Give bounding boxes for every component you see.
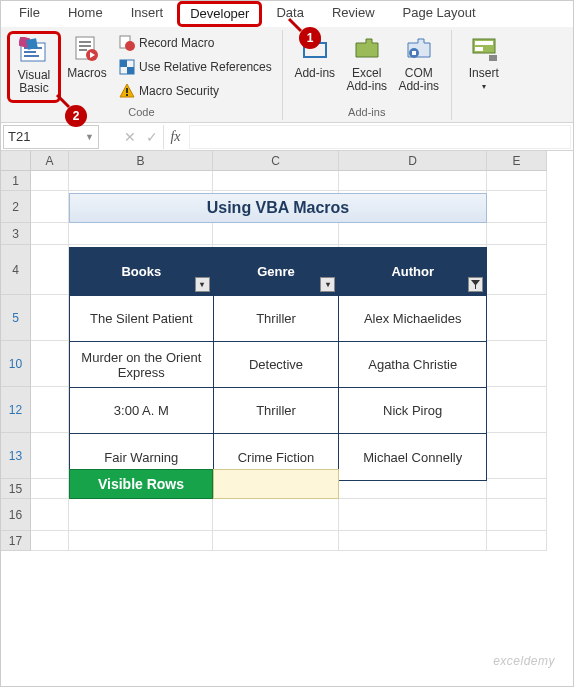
cell-books[interactable]: 3:00 A. M [70, 388, 214, 434]
row-header-15[interactable]: 15 [1, 479, 31, 499]
col-header-A[interactable]: A [31, 151, 69, 171]
row-header-17[interactable]: 17 [1, 531, 31, 551]
addins-group-label: Add-ins [348, 106, 385, 120]
cell-author[interactable]: Alex Michaelides [339, 296, 486, 342]
insert-controls-label: Insert [469, 67, 499, 80]
cell-genre[interactable]: Detective [214, 342, 340, 388]
spreadsheet-grid: 12345101213151617 ABCDE Using VBA Macros… [1, 151, 573, 551]
col-header-B[interactable]: B [69, 151, 213, 171]
filter-button-author-active[interactable] [468, 277, 483, 292]
visual-basic-icon [18, 35, 50, 67]
header-genre: Genre ▾ [214, 248, 340, 296]
cell-author[interactable]: Michael Connelly [339, 434, 486, 480]
row-header-3[interactable]: 3 [1, 223, 31, 245]
cells-area[interactable]: Using VBA Macros Books ▾ Genre ▾ Author [31, 171, 573, 551]
svg-rect-8 [79, 45, 91, 47]
row-header-12[interactable]: 12 [1, 387, 31, 433]
insert-function-button[interactable]: fx [163, 125, 187, 149]
cell-author[interactable]: Nick Pirog [339, 388, 486, 434]
formula-input[interactable] [189, 125, 571, 149]
code-options: Record Macro Use Relative References Mac… [113, 31, 276, 103]
col-header-C[interactable]: C [213, 151, 339, 171]
tab-page-layout[interactable]: Page Layout [389, 0, 490, 27]
cell-genre[interactable]: Thriller [214, 388, 340, 434]
group-code: Visual Basic Macros Record Macro Use Rel… [1, 27, 282, 122]
visual-basic-button[interactable]: Visual Basic [7, 31, 61, 103]
row-header-1[interactable]: 1 [1, 171, 31, 191]
callout-badge-1: 1 [299, 27, 321, 49]
insert-controls-icon [468, 33, 500, 65]
ribbon-tabs: File Home Insert Developer Data Review P… [1, 1, 573, 27]
tab-insert[interactable]: Insert [117, 0, 178, 27]
cell-genre[interactable]: Thriller [214, 296, 340, 342]
table-row: The Silent PatientThrillerAlex Michaelid… [70, 296, 486, 342]
svg-rect-5 [26, 38, 38, 50]
macros-icon [71, 33, 103, 65]
macro-security-label: Macro Security [139, 84, 219, 98]
row-header-13[interactable]: 13 [1, 433, 31, 479]
visible-rows-button[interactable]: Visible Rows [69, 469, 213, 499]
header-books: Books ▾ [70, 248, 214, 296]
col-header-E[interactable]: E [487, 151, 547, 171]
name-box[interactable]: T21 ▼ [3, 125, 99, 149]
tab-review[interactable]: Review [318, 0, 389, 27]
row-header-5[interactable]: 5 [1, 295, 31, 341]
svg-rect-7 [79, 41, 91, 43]
row-header-2[interactable]: 2 [1, 191, 31, 223]
use-relative-label: Use Relative References [139, 60, 272, 74]
callout-badge-2: 2 [65, 105, 87, 127]
col-header-D[interactable]: D [339, 151, 487, 171]
chevron-down-icon: ▾ [482, 80, 486, 93]
svg-rect-3 [24, 55, 39, 57]
cell-books[interactable]: Murder on the Orient Express [70, 342, 214, 388]
row-header-16[interactable]: 16 [1, 499, 31, 531]
svg-rect-2 [24, 51, 36, 53]
cell-author[interactable]: Agatha Christie [339, 342, 486, 388]
macros-label: Macros [67, 67, 106, 80]
header-author: Author [339, 248, 486, 296]
addins-label: Add-ins [294, 67, 335, 80]
select-all-corner[interactable] [1, 151, 31, 171]
use-relative-icon [119, 59, 135, 75]
excel-addins-label: Excel Add-ins [343, 67, 391, 93]
row-header-10[interactable]: 10 [1, 341, 31, 387]
tab-developer[interactable]: Developer [177, 1, 262, 27]
insert-controls-button[interactable]: Insert ▾ [458, 31, 510, 103]
svg-rect-14 [120, 60, 127, 67]
ribbon-body: Visual Basic Macros Record Macro Use Rel… [1, 27, 573, 123]
group-controls: Insert ▾ [452, 27, 516, 122]
com-addins-icon [403, 33, 435, 65]
use-relative-refs-button[interactable]: Use Relative References [115, 57, 276, 77]
visual-basic-label: Visual Basic [10, 69, 58, 95]
accept-formula-button: ✓ [141, 129, 163, 145]
svg-rect-23 [489, 55, 497, 61]
svg-rect-22 [475, 47, 483, 51]
svg-rect-19 [412, 51, 416, 55]
record-macro-label: Record Macro [139, 36, 214, 50]
svg-rect-15 [127, 67, 134, 74]
column-headers: ABCDE [31, 151, 573, 171]
record-macro-icon [119, 35, 135, 51]
excel-addins-button[interactable]: Excel Add-ins [341, 31, 393, 103]
macro-security-icon [119, 83, 135, 99]
sheet-title: Using VBA Macros [69, 193, 487, 223]
chevron-down-icon: ▼ [85, 132, 94, 142]
formula-bar: T21 ▼ ✕ ✓ fx [1, 123, 573, 151]
filter-button-books[interactable]: ▾ [195, 277, 210, 292]
visible-rows-value-cell[interactable] [213, 469, 339, 499]
filter-button-genre[interactable]: ▾ [320, 277, 335, 292]
cell-books[interactable]: The Silent Patient [70, 296, 214, 342]
svg-rect-9 [79, 49, 87, 51]
svg-rect-17 [126, 94, 128, 96]
svg-point-12 [125, 41, 135, 51]
tab-file[interactable]: File [5, 0, 54, 27]
record-macro-button[interactable]: Record Macro [115, 33, 276, 53]
table-row: Murder on the Orient ExpressDetectiveAga… [70, 342, 486, 388]
code-group-label: Code [128, 106, 154, 120]
callout-1-label: 1 [307, 31, 314, 45]
row-header-4[interactable]: 4 [1, 245, 31, 295]
tab-home[interactable]: Home [54, 0, 117, 27]
svg-rect-21 [475, 41, 493, 45]
com-addins-button[interactable]: COM Add-ins [393, 31, 445, 103]
macro-security-button[interactable]: Macro Security [115, 81, 276, 101]
